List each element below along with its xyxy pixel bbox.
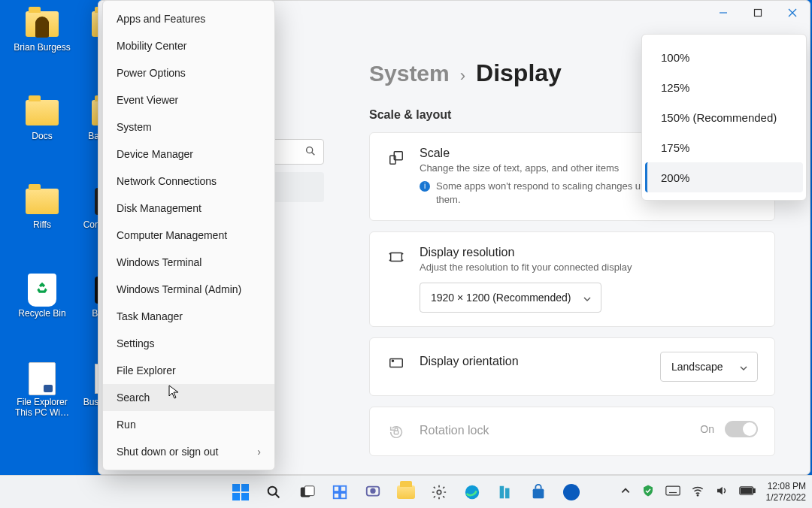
scale-dropdown: 100% 125% 150% (Recommended) 175% 200%: [641, 34, 807, 201]
scale-option-150[interactable]: 150% (Recommended): [645, 102, 803, 132]
svg-rect-15: [304, 485, 314, 495]
store-taskbar[interactable]: [523, 477, 553, 507]
svg-rect-1: [755, 10, 762, 17]
search-icon: [304, 145, 317, 160]
desktop-icon-label: Brian Burgess: [12, 42, 72, 53]
svg-point-29: [697, 494, 698, 496]
tray-overflow-button[interactable]: [620, 485, 631, 499]
volume-icon[interactable]: [715, 484, 729, 500]
resolution-select[interactable]: 1920 × 1200 (Recommended): [420, 283, 601, 313]
winx-item-disk-management[interactable]: Disk Management: [103, 195, 274, 222]
widgets-button[interactable]: [325, 477, 355, 507]
task-view-button[interactable]: [292, 477, 322, 507]
keyboard-icon[interactable]: [665, 485, 680, 499]
winx-item-mobility-center[interactable]: Mobility Center: [103, 32, 274, 59]
svg-point-4: [307, 147, 313, 153]
svg-rect-26: [533, 488, 544, 498]
winx-item-network-connections[interactable]: Network Connections: [103, 168, 274, 195]
winx-item-apps-and-features[interactable]: Apps and Features: [103, 5, 274, 32]
desktop-icon-label: Recycle Bin: [12, 308, 72, 319]
winx-item-event-viewer[interactable]: Event Viewer: [103, 86, 274, 113]
battery-icon[interactable]: [739, 485, 756, 499]
scale-option-100[interactable]: 100%: [645, 42, 803, 72]
breadcrumb-parent[interactable]: System: [369, 61, 450, 86]
card-resolution: Display resolution Adjust the resolution…: [369, 231, 775, 328]
winx-item-file-explorer[interactable]: File Explorer: [103, 357, 274, 384]
desktop-icon-recycle-bin[interactable]: Recycle Bin: [12, 275, 72, 319]
winx-item-search[interactable]: Search: [103, 384, 274, 411]
svg-rect-24: [500, 485, 504, 498]
chat-button[interactable]: [358, 477, 388, 507]
taskbar-center: [226, 477, 586, 507]
svg-rect-25: [505, 488, 510, 498]
svg-line-13: [275, 494, 279, 497]
winx-item-windows-terminal-admin-[interactable]: Windows Terminal (Admin): [103, 276, 274, 303]
chevron-right-icon: ›: [257, 446, 261, 458]
svg-rect-11: [394, 431, 398, 435]
security-icon[interactable]: [641, 484, 655, 500]
scale-option-175[interactable]: 175%: [645, 132, 803, 162]
svg-line-5: [312, 153, 315, 156]
svg-rect-17: [341, 485, 346, 491]
winx-context-menu: Apps and FeaturesMobility CenterPower Op…: [102, 0, 275, 470]
taskbar-search-button[interactable]: [259, 477, 289, 507]
resolution-icon: [386, 247, 406, 267]
desktop-icon[interactable]: File Explorer This PC Wi…: [12, 364, 72, 418]
winx-item-system[interactable]: System: [103, 113, 274, 141]
desktop-icon[interactable]: Docs: [12, 98, 72, 141]
winx-item-power-options[interactable]: Power Options: [103, 59, 274, 86]
scale-option-200[interactable]: 200%: [645, 162, 803, 192]
toggle-label: On: [700, 423, 714, 435]
desktop-icon-label: Riffs: [12, 219, 72, 230]
svg-point-10: [392, 361, 393, 362]
card-rotation-lock: Rotation lock On: [369, 407, 775, 456]
winx-item-computer-management[interactable]: Computer Management: [103, 222, 274, 249]
svg-rect-32: [741, 488, 751, 493]
chevron-down-icon: [583, 294, 592, 306]
taskbar: 12:08 PM 1/27/2022: [0, 475, 812, 508]
rotation-lock-toggle[interactable]: [725, 421, 758, 437]
file-explorer-taskbar[interactable]: [391, 477, 421, 507]
start-button[interactable]: [226, 477, 256, 507]
winx-item-task-manager[interactable]: Task Manager: [103, 303, 274, 330]
orientation-select[interactable]: Landscape: [660, 352, 758, 382]
desktop-icon-user[interactable]: Brian Burgess: [12, 9, 72, 53]
svg-rect-16: [334, 485, 339, 491]
app-taskbar-1[interactable]: [490, 477, 520, 507]
svg-rect-27: [665, 486, 679, 495]
svg-rect-8: [391, 252, 402, 261]
card-orientation: Display orientation Landscape: [369, 337, 775, 396]
svg-point-23: [465, 485, 479, 498]
scale-icon: [386, 148, 406, 168]
cursor-icon: [168, 385, 180, 403]
winx-item-run[interactable]: Run: [103, 411, 274, 438]
scale-option-125[interactable]: 125%: [645, 72, 803, 102]
desktop-icon-label: File Explorer This PC Wi…: [12, 397, 72, 418]
info-icon: i: [420, 181, 430, 192]
window-maximize-button[interactable]: [741, 1, 775, 25]
desktop-icon[interactable]: Riffs: [12, 186, 72, 230]
winx-item-windows-terminal[interactable]: Windows Terminal: [103, 249, 274, 276]
desktop-icon-label: Docs: [12, 131, 72, 141]
svg-point-21: [371, 488, 375, 493]
rotation-lock-icon: [386, 422, 406, 442]
winx-item-settings[interactable]: Settings: [103, 330, 274, 357]
window-close-button[interactable]: [775, 1, 810, 25]
card-title: Display orientation: [420, 355, 647, 368]
page-title: Display: [476, 59, 562, 87]
winx-item-device-manager[interactable]: Device Manager: [103, 141, 274, 168]
card-title: Rotation lock: [420, 424, 686, 437]
chevron-down-icon: [739, 363, 748, 375]
taskbar-clock[interactable]: 12:08 PM 1/27/2022: [766, 481, 806, 503]
app-taskbar-2[interactable]: [556, 477, 586, 507]
edge-taskbar[interactable]: [457, 477, 487, 507]
svg-point-12: [268, 486, 277, 494]
svg-rect-19: [341, 492, 346, 497]
card-subtitle: Adjust the resolution to fit your connec…: [420, 261, 758, 274]
svg-rect-31: [753, 488, 755, 492]
chevron-right-icon: ›: [460, 66, 465, 86]
window-minimize-button[interactable]: [706, 1, 741, 25]
winx-item-shut-down-or-sign-out[interactable]: Shut down or sign out›: [103, 438, 274, 465]
wifi-icon[interactable]: [691, 484, 704, 500]
settings-taskbar[interactable]: [424, 477, 454, 507]
